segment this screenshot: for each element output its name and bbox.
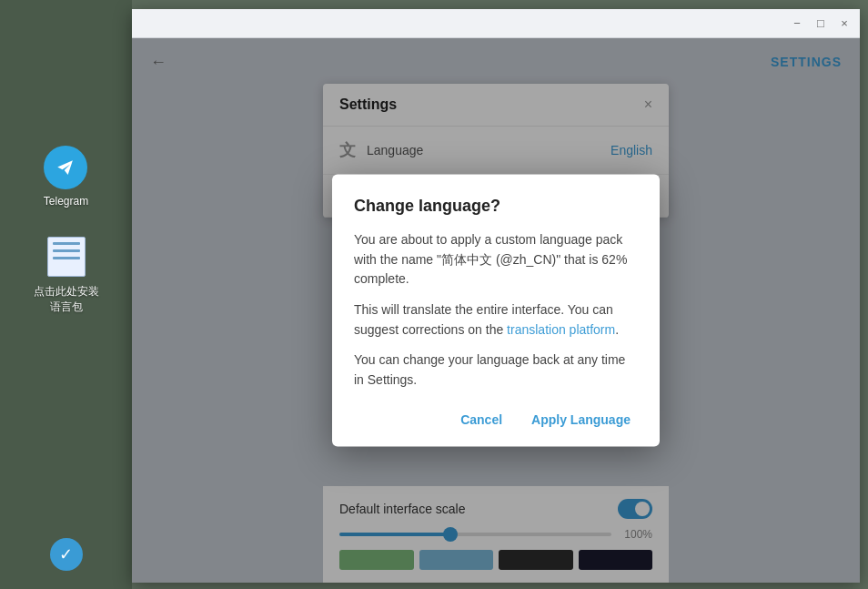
minimize-button[interactable]: − — [789, 15, 805, 32]
dialog-actions: Cancel Apply Language — [354, 408, 638, 430]
dialog-body-2: This will translate the entire interface… — [354, 300, 638, 340]
langpack-label: 点击此处安装 语言包 — [34, 284, 99, 315]
telegram-desktop-icon[interactable]: Telegram — [44, 146, 88, 208]
telegram-label: Telegram — [44, 195, 88, 208]
desktop: Telegram 点击此处安装 语言包 ✓ − — [0, 0, 868, 589]
close-button[interactable]: × — [836, 15, 853, 32]
dialog-paragraph1: You are about to apply a custom language… — [354, 232, 627, 286]
dialog-paragraph3: You can change your language back at any… — [354, 352, 625, 387]
sidebar: Telegram 点击此处安装 语言包 ✓ — [0, 0, 132, 589]
dialog-paragraph2-after: . — [615, 321, 619, 336]
cancel-button[interactable]: Cancel — [453, 408, 510, 430]
settings-background: ← SETTINGS Settings × 文 Language — [132, 38, 860, 583]
check-icon: ✓ — [59, 544, 73, 564]
apply-language-button[interactable]: Apply Language — [524, 408, 638, 430]
sidebar-bottom: ✓ — [50, 538, 83, 571]
maximize-button[interactable]: □ — [812, 15, 829, 32]
translation-platform-link[interactable]: translation platform — [507, 321, 615, 336]
dialog-body-3: You can change your language back at any… — [354, 350, 638, 390]
dialog-body-1: You are about to apply a custom language… — [354, 230, 638, 289]
check-circle: ✓ — [50, 538, 83, 571]
dialog-title: Change language? — [354, 197, 638, 216]
langpack-desktop-icon[interactable]: 点击此处安装 语言包 — [34, 235, 99, 315]
title-bar: − □ × — [132, 9, 860, 38]
telegram-icon — [44, 146, 87, 189]
file-icon — [45, 235, 88, 279]
app-window: − □ × ← SETTINGS Settings — [132, 9, 860, 583]
change-language-dialog: Change language? You are about to apply … — [332, 175, 660, 447]
app-content: ← SETTINGS Settings × 文 Language — [132, 38, 860, 583]
